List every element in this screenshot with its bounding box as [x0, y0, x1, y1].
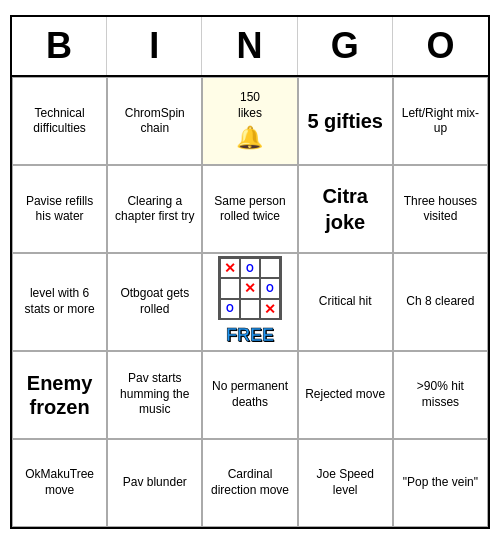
cell-r3c3-free[interactable]: ✕ O ✕ O O ✕ FREE	[202, 253, 297, 350]
letter-g: G	[298, 17, 393, 75]
cell-r1c1[interactable]: Technical difficulties	[12, 77, 107, 165]
cell-r4c3[interactable]: No permanent deaths	[202, 351, 297, 439]
letter-b: B	[12, 17, 107, 75]
cell-r2c2[interactable]: Clearing a chapter first try	[107, 165, 202, 253]
bingo-header: B I N G O	[12, 17, 488, 77]
cell-r1c2[interactable]: ChromSpin chain	[107, 77, 202, 165]
letter-o: O	[393, 17, 488, 75]
cell-r5c1[interactable]: OkMakuTree move	[12, 439, 107, 527]
cell-r4c5[interactable]: >90% hit misses	[393, 351, 488, 439]
bingo-grid: Technical difficulties ChromSpin chain 1…	[12, 77, 488, 526]
cell-r2c1[interactable]: Pavise refills his water	[12, 165, 107, 253]
cell-r3c5[interactable]: Ch 8 cleared	[393, 253, 488, 350]
cell-r3c2[interactable]: Otbgoat gets rolled	[107, 253, 202, 350]
cell-r1c5[interactable]: Left/Right mix-up	[393, 77, 488, 165]
cell-r4c2[interactable]: Pav starts humming the music	[107, 351, 202, 439]
cell-r1c3[interactable]: 150likes 🔔	[202, 77, 297, 165]
cell-r5c3[interactable]: Cardinal direction move	[202, 439, 297, 527]
free-label: FREE	[226, 324, 274, 347]
cell-r5c5[interactable]: "Pop the vein"	[393, 439, 488, 527]
free-mini-grid: ✕ O ✕ O O ✕	[218, 256, 282, 320]
cell-r1c4[interactable]: 5 gifties	[298, 77, 393, 165]
letter-i: I	[107, 17, 202, 75]
cell-r4c1[interactable]: Enemy frozen	[12, 351, 107, 439]
bell-icon: 🔔	[236, 124, 263, 153]
free-cell-image: ✕ O ✕ O O ✕ FREE	[205, 256, 294, 347]
letter-n: N	[202, 17, 297, 75]
cell-r4c4[interactable]: Rejected move	[298, 351, 393, 439]
cell-r5c2[interactable]: Pav blunder	[107, 439, 202, 527]
bingo-card: B I N G O Technical difficulties ChromSp…	[10, 15, 490, 528]
cell-r2c4[interactable]: Citra joke	[298, 165, 393, 253]
cell-r2c5[interactable]: Three houses visited	[393, 165, 488, 253]
cell-r2c3[interactable]: Same person rolled twice	[202, 165, 297, 253]
cell-r3c1[interactable]: level with 6 stats or more	[12, 253, 107, 350]
cell-r3c4[interactable]: Critical hit	[298, 253, 393, 350]
cell-r5c4[interactable]: Joe Speed level	[298, 439, 393, 527]
